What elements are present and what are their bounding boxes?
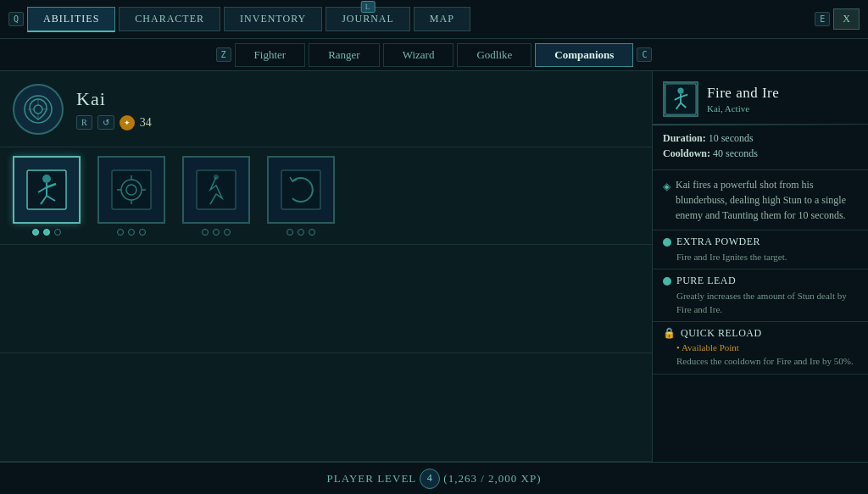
empty-row-2 bbox=[0, 353, 652, 462]
svg-point-17 bbox=[214, 175, 219, 180]
left-panel: Kai R ↺ ✦ 34 bbox=[0, 71, 653, 462]
ability-description: ◈ Kai fires a powerful shot from his blu… bbox=[653, 170, 868, 230]
character-portrait bbox=[13, 84, 64, 135]
upgrade-name-2: PURE LEAD bbox=[676, 275, 736, 287]
journal-key: L bbox=[361, 1, 376, 13]
dot bbox=[128, 229, 135, 236]
dot bbox=[213, 229, 220, 236]
xp-display: (1,263 / 2,000 XP) bbox=[443, 472, 541, 486]
lock-icon: 🔒 bbox=[663, 327, 676, 340]
tab-ranger[interactable]: Ranger bbox=[309, 43, 380, 67]
upgrade-quick-reload[interactable]: 🔒 QUICK RELOAD • Available Point Reduces… bbox=[653, 322, 868, 374]
dot bbox=[202, 229, 209, 236]
ability-slot-1 bbox=[13, 156, 81, 236]
refresh-button[interactable]: ↺ bbox=[97, 115, 114, 130]
abilities-area bbox=[0, 147, 652, 245]
tab-abilities[interactable]: ABILITIES bbox=[27, 7, 115, 32]
available-point: • Available Point bbox=[663, 342, 858, 352]
tab-journal[interactable]: L JOURNAL bbox=[326, 7, 410, 31]
ability-slot-2 bbox=[97, 156, 165, 236]
abilities-key: Q bbox=[8, 12, 24, 26]
dot bbox=[43, 229, 50, 236]
ability-slot-3 bbox=[182, 156, 250, 236]
sub-right-key: C bbox=[637, 47, 652, 62]
dot bbox=[139, 229, 146, 236]
e-key: E bbox=[815, 12, 830, 26]
dot bbox=[32, 229, 39, 236]
ability-3-dots bbox=[202, 229, 231, 236]
svg-point-20 bbox=[677, 87, 683, 93]
top-nav: Q ABILITIES CHARACTER INVENTORY L JOURNA… bbox=[0, 0, 868, 39]
cooldown-stat: Cooldown: 40 seconds bbox=[663, 147, 858, 160]
upgrade-bullet-2 bbox=[663, 277, 671, 286]
desc-bullet: ◈ bbox=[663, 179, 670, 223]
currency-row: R ↺ ✦ 34 bbox=[76, 115, 152, 130]
upgrade-desc-2: Greatly increases the amount of Stun dea… bbox=[663, 290, 858, 316]
ability-detail-header: Fire and Ire Kai, Active bbox=[653, 71, 868, 125]
ability-2-dots bbox=[117, 229, 146, 236]
detail-ability-icon bbox=[663, 81, 698, 117]
dot bbox=[117, 229, 124, 236]
tab-map[interactable]: MAP bbox=[414, 7, 470, 31]
player-level-label: PLAYER LEVEL bbox=[327, 472, 417, 486]
upgrade-desc-3: Reduces the cooldown for Fire and Ire by… bbox=[663, 355, 858, 368]
upgrade-extra-powder[interactable]: EXTRA POWDER Fire and Ire Ignites the ta… bbox=[653, 230, 868, 269]
dot bbox=[224, 229, 231, 236]
sub-nav: Z Fighter Ranger Wizard Godlike Companio… bbox=[0, 39, 868, 71]
upgrade-desc-1: Fire and Ire Ignites the target. bbox=[663, 251, 858, 264]
dot bbox=[287, 229, 293, 236]
ability-2[interactable] bbox=[97, 156, 165, 224]
upgrade-name-1: EXTRA POWDER bbox=[676, 236, 760, 248]
ability-4[interactable] bbox=[267, 156, 335, 224]
currency-amount: 34 bbox=[140, 116, 152, 130]
upgrade-pure-lead[interactable]: PURE LEAD Greatly increases the amount o… bbox=[653, 269, 868, 322]
tab-godlike[interactable]: Godlike bbox=[457, 43, 531, 67]
tab-character[interactable]: CHARACTER bbox=[119, 7, 220, 31]
detail-stats: Duration: 10 seconds Cooldown: 40 second… bbox=[653, 125, 868, 170]
tab-fighter[interactable]: Fighter bbox=[235, 43, 306, 67]
close-button[interactable]: X bbox=[833, 8, 860, 30]
dot bbox=[309, 229, 315, 236]
main-content: Kai R ↺ ✦ 34 bbox=[0, 71, 868, 462]
reset-button[interactable]: R bbox=[76, 115, 92, 130]
ability-slot-4 bbox=[267, 156, 335, 236]
ability-3[interactable] bbox=[182, 156, 250, 224]
upgrade-name-3: QUICK RELOAD bbox=[681, 327, 762, 340]
upgrade-bullet-1 bbox=[663, 238, 671, 247]
svg-rect-18 bbox=[281, 170, 320, 209]
sub-left-key: Z bbox=[216, 47, 231, 62]
svg-point-3 bbox=[42, 175, 51, 183]
empty-row-1 bbox=[0, 245, 652, 353]
level-badge: 4 bbox=[420, 469, 440, 489]
status-bar: PLAYER LEVEL 4 (1,263 / 2,000 XP) bbox=[0, 462, 868, 494]
svg-point-11 bbox=[126, 185, 136, 195]
svg-point-1 bbox=[34, 105, 42, 114]
duration-stat: Duration: 10 seconds bbox=[663, 132, 858, 145]
currency-icon: ✦ bbox=[120, 115, 135, 130]
tab-wizard[interactable]: Wizard bbox=[383, 43, 454, 67]
dot bbox=[298, 229, 304, 236]
tab-companions[interactable]: Companions bbox=[535, 43, 633, 67]
character-row: Kai R ↺ ✦ 34 bbox=[0, 71, 652, 147]
character-name: Kai bbox=[76, 88, 152, 110]
dot bbox=[54, 229, 61, 236]
ability-detail-subtitle: Kai, Active bbox=[707, 103, 779, 114]
ability-detail-title: Fire and Ire bbox=[707, 85, 779, 102]
right-panel: Fire and Ire Kai, Active Duration: 10 se… bbox=[653, 71, 868, 462]
tab-inventory[interactable]: INVENTORY bbox=[224, 7, 322, 31]
ability-fire-and-ire[interactable] bbox=[13, 156, 81, 224]
ability-1-dots bbox=[32, 229, 61, 236]
ability-4-dots bbox=[287, 229, 315, 236]
